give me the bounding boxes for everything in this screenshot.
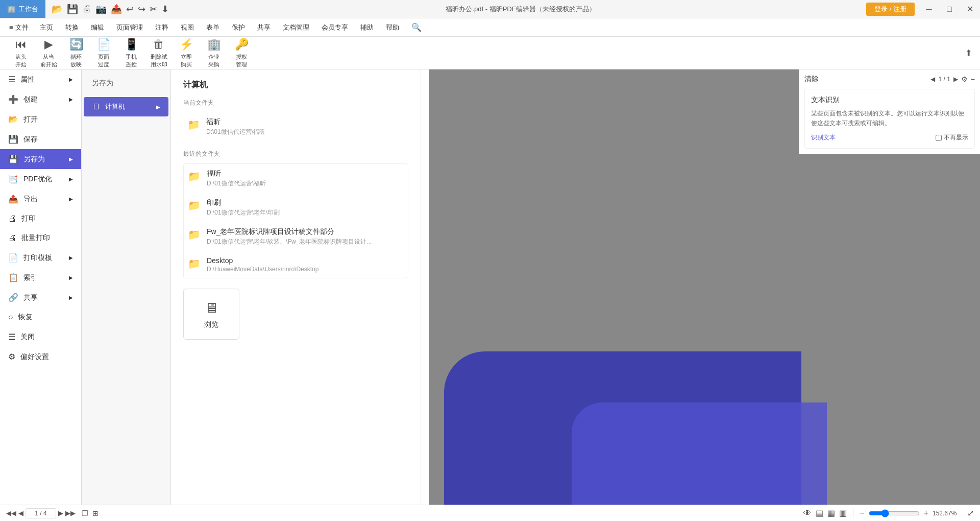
- recent-folder-2[interactable]: 📁 Fw_老年医院标识牌项目设计稿文件部分 D:\01微信代运营\老年\软装、\…: [184, 222, 408, 251]
- menu-view[interactable]: 视图: [175, 20, 200, 35]
- toolbar-loop[interactable]: 🔄 循环放映: [63, 36, 89, 70]
- menu-item-create[interactable]: ➕ 创建 ▶: [0, 89, 81, 109]
- computer-option-label: 计算机: [105, 102, 125, 111]
- export-icon[interactable]: 📤: [111, 4, 122, 15]
- from-current-label: 从当前开始: [40, 53, 57, 68]
- recent-folder-1[interactable]: 📁 印刷 D:\01微信代运营\老年\印刷: [184, 193, 408, 222]
- print-icon[interactable]: 🖨: [82, 4, 91, 14]
- toolbar-from-current[interactable]: ▶ 从当前开始: [36, 36, 61, 70]
- scan-icon[interactable]: 📷: [95, 4, 107, 15]
- menu-protect[interactable]: 保护: [226, 20, 251, 35]
- clear-button[interactable]: 清除: [804, 75, 819, 84]
- menu-item-print[interactable]: 🖨 打印: [0, 209, 81, 228]
- menu-item-recover[interactable]: ○ 恢复: [0, 307, 81, 327]
- view-icon-4[interactable]: ▥: [839, 508, 847, 518]
- save-icon[interactable]: 💾: [67, 4, 78, 15]
- saveas-option-computer[interactable]: 🖥 计算机 ▶: [84, 97, 168, 116]
- copy-view-icon[interactable]: ❐: [82, 509, 88, 517]
- redo-icon[interactable]: ↪: [138, 4, 145, 15]
- menu-vip[interactable]: 会员专享: [315, 20, 354, 35]
- first-page-button[interactable]: ◀◀: [6, 509, 16, 517]
- menu-item-print-template[interactable]: 📄 打印模板 ▶: [0, 248, 81, 268]
- menu-item-export[interactable]: 📤 导出 ▶: [0, 189, 81, 209]
- menu-home[interactable]: 主页: [34, 20, 59, 35]
- menu-item-share[interactable]: 🔗 共享 ▶: [0, 288, 81, 307]
- menu-share[interactable]: 共享: [251, 20, 277, 35]
- saveas-option-saveas[interactable]: 另存为: [84, 74, 168, 93]
- menu-page-manage[interactable]: 页面管理: [110, 20, 149, 35]
- search-button[interactable]: 🔍: [405, 19, 428, 35]
- mobile-label: 手机遥控: [126, 53, 137, 68]
- menu-help[interactable]: 帮助: [380, 20, 405, 35]
- toolbar-enterprise[interactable]: 🏢 企业采购: [201, 36, 227, 70]
- view-icon-3[interactable]: ▦: [827, 508, 835, 518]
- collapse-icon[interactable]: −: [971, 75, 975, 83]
- menu-convert[interactable]: 转换: [59, 20, 85, 35]
- current-folder-item[interactable]: 📁 福昕 D:\01微信代运营\福昕: [183, 112, 408, 141]
- file-menu-label[interactable]: 文件: [15, 23, 29, 32]
- workbench-button[interactable]: 🏢 工作台: [0, 0, 45, 18]
- browse-icon: 🖥: [204, 299, 218, 316]
- toolbar-authorize[interactable]: 🔑 授权管理: [229, 36, 254, 70]
- ocr-description: 某些页面包含未被识别的文本。您可以运行文本识别以便使这些文本可搜索或可编辑。: [811, 109, 968, 128]
- recent-folder-0[interactable]: 📁 福昕 D:\01微信代运营\福昕: [184, 164, 408, 193]
- settings-icon[interactable]: ⚙: [961, 75, 968, 83]
- minimize-button[interactable]: ─: [919, 0, 939, 18]
- toolbar-remove-watermark[interactable]: 🗑 删除试用水印: [146, 36, 172, 70]
- menu-edit[interactable]: 编辑: [85, 20, 110, 35]
- menu-item-close[interactable]: ☰ 关闭: [0, 327, 81, 347]
- ocr-recognize-button[interactable]: 识别文本: [811, 133, 836, 142]
- undo-icon[interactable]: ↩: [126, 4, 134, 15]
- page-next-icon[interactable]: ▶: [953, 76, 958, 83]
- toolbar-page-transition[interactable]: 📄 页面过度: [91, 36, 116, 70]
- expand-icon[interactable]: ⬆: [965, 48, 972, 58]
- close-button[interactable]: ✕: [960, 0, 980, 18]
- menu-item-preferences[interactable]: ⚙ 偏好设置: [0, 347, 81, 367]
- loop-label: 循环放映: [70, 53, 82, 68]
- prev-page-button[interactable]: ◀: [18, 509, 23, 517]
- toolbar-buy-now[interactable]: ⚡ 立即购买: [174, 36, 199, 70]
- recent-folder-3[interactable]: 📁 Desktop D:\HuaweiMoveData\Users\rinro\…: [184, 251, 408, 278]
- menu-item-saveas[interactable]: 💾 另存为 ▶: [0, 149, 81, 169]
- zoom-slider[interactable]: [869, 509, 920, 517]
- menu-assist[interactable]: 辅助: [354, 20, 380, 35]
- menu-item-pdf-optimize[interactable]: 📑 PDF优化 ▶: [0, 169, 81, 189]
- last-page-button[interactable]: ▶▶: [65, 509, 76, 517]
- fullscreen-button[interactable]: ⤢: [967, 508, 974, 518]
- zoom-plus-button[interactable]: +: [924, 509, 928, 518]
- fit-view-icon[interactable]: ⊞: [92, 509, 99, 517]
- computer-panel-title: 计算机: [183, 80, 408, 90]
- no-show-checkbox[interactable]: [936, 135, 942, 141]
- enterprise-label: 企业采购: [208, 53, 219, 68]
- recent-folders-list: 📁 福昕 D:\01微信代运营\福昕 📁 印刷 D:\01微信代运营\老年\印刷: [183, 163, 408, 278]
- menu-item-batch-print[interactable]: 🖨 批量打印: [0, 228, 81, 248]
- menu-item-open[interactable]: 📂 打开: [0, 109, 81, 129]
- page-prev-icon[interactable]: ◀: [930, 76, 935, 83]
- menu-comment[interactable]: 注释: [149, 20, 175, 35]
- create-arrow: ▶: [69, 97, 73, 102]
- toolbar-mobile-control[interactable]: 📱 手机遥控: [118, 36, 144, 70]
- view-icon-2[interactable]: ▤: [816, 508, 823, 518]
- open-file-icon[interactable]: 📂: [52, 4, 63, 15]
- zoom-minus-button[interactable]: −: [860, 509, 864, 518]
- recent-folder-2-icon: 📁: [188, 228, 201, 241]
- menu-doc-manage[interactable]: 文档管理: [277, 20, 315, 35]
- current-folder-icon: 📁: [187, 119, 200, 131]
- toolbar-from-start[interactable]: ⏮ 从头开始: [8, 36, 34, 70]
- enterprise-icon: 🏢: [207, 38, 221, 51]
- login-button[interactable]: 登录 / 注册: [866, 3, 915, 16]
- recent-folder-3-name: Desktop: [207, 256, 318, 265]
- menu-item-save[interactable]: 💾 保存: [0, 129, 81, 149]
- download-icon[interactable]: ⬇: [161, 4, 169, 15]
- next-page-button[interactable]: ▶: [58, 509, 63, 517]
- view-icon-1[interactable]: 👁: [803, 509, 812, 518]
- menu-form[interactable]: 表单: [200, 20, 226, 35]
- menu-item-properties[interactable]: ☰ 属性 ▶: [0, 69, 81, 89]
- browse-button[interactable]: 🖥 浏览: [183, 289, 239, 340]
- recent-folder-1-path: D:\01微信代运营\老年\印刷: [207, 208, 280, 217]
- menu-item-index[interactable]: 📋 索引 ▶: [0, 268, 81, 288]
- menu-toggle-button[interactable]: ≡ 文件: [4, 21, 34, 34]
- page-input[interactable]: 1 / 4: [26, 508, 56, 518]
- maximize-button[interactable]: □: [939, 0, 960, 18]
- tools-icon[interactable]: ✂: [150, 4, 157, 15]
